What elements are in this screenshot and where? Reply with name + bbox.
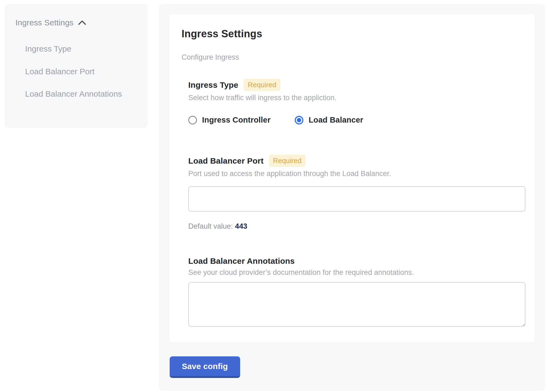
radio-ingress-controller[interactable]: Ingress Controller — [188, 116, 270, 124]
radio-load-balancer[interactable]: Load Balancer — [295, 116, 363, 124]
sidebar-item-list: Ingress Type Load Balancer Port Load Bal… — [25, 41, 133, 102]
lb-port-label-row: Load Balancer Port Required — [188, 155, 525, 167]
lb-annotations-label: Load Balancer Annotations — [188, 256, 295, 266]
required-badge: Required — [269, 155, 306, 167]
radio-ingress-controller-label: Ingress Controller — [202, 116, 270, 124]
lb-port-default-line: Default value:443 — [188, 222, 525, 231]
radio-selected-icon[interactable] — [295, 116, 303, 124]
lb-annotations-description: See your cloud provider’s documentation … — [188, 268, 525, 277]
lb-port-description: Port used to access the application thro… — [188, 170, 525, 178]
ingress-type-radio-group: Ingress Controller Load Balancer — [188, 116, 525, 124]
sidebar-group-ingress-settings[interactable]: Ingress Settings — [15, 18, 137, 27]
chevron-up-icon — [78, 20, 86, 26]
default-value: 443 — [235, 222, 247, 230]
field-load-balancer-port: Load Balancer Port Required Port used to… — [188, 155, 525, 231]
sidebar-item-load-balancer-annotations[interactable]: Load Balancer Annotations — [25, 86, 133, 102]
sidebar-group-label: Ingress Settings — [15, 18, 73, 27]
lb-port-input[interactable] — [188, 186, 525, 212]
page: Ingress Settings Ingress Type Load Balan… — [0, 0, 550, 391]
sidebar-item-load-balancer-port[interactable]: Load Balancer Port — [25, 64, 133, 79]
required-badge: Required — [244, 79, 280, 91]
radio-unselected-icon[interactable] — [188, 116, 197, 124]
sidebar-item-ingress-type[interactable]: Ingress Type — [25, 41, 133, 56]
ingress-settings-card: Ingress Settings Configure Ingress Ingre… — [169, 14, 535, 342]
ingress-type-description: Select how traffic will ingress to the a… — [188, 94, 525, 102]
field-load-balancer-annotations: Load Balancer Annotations See your cloud… — [188, 256, 525, 327]
page-subtitle: Configure Ingress — [182, 53, 525, 62]
settings-panel: Ingress Settings Configure Ingress Ingre… — [159, 4, 545, 391]
radio-load-balancer-label: Load Balancer — [308, 116, 363, 124]
ingress-type-label: Ingress Type — [188, 80, 238, 90]
field-ingress-type: Ingress Type Required Select how traffic… — [188, 79, 525, 124]
lb-annotations-label-row: Load Balancer Annotations — [188, 256, 525, 266]
ingress-type-label-row: Ingress Type Required — [188, 79, 525, 91]
settings-nav-sidebar: Ingress Settings Ingress Type Load Balan… — [5, 4, 147, 128]
page-title: Ingress Settings — [182, 28, 525, 40]
default-value-label: Default value: — [188, 222, 233, 230]
lb-annotations-textarea[interactable] — [188, 282, 525, 327]
save-config-button[interactable]: Save config — [170, 356, 240, 378]
lb-port-label: Load Balancer Port — [188, 156, 264, 165]
